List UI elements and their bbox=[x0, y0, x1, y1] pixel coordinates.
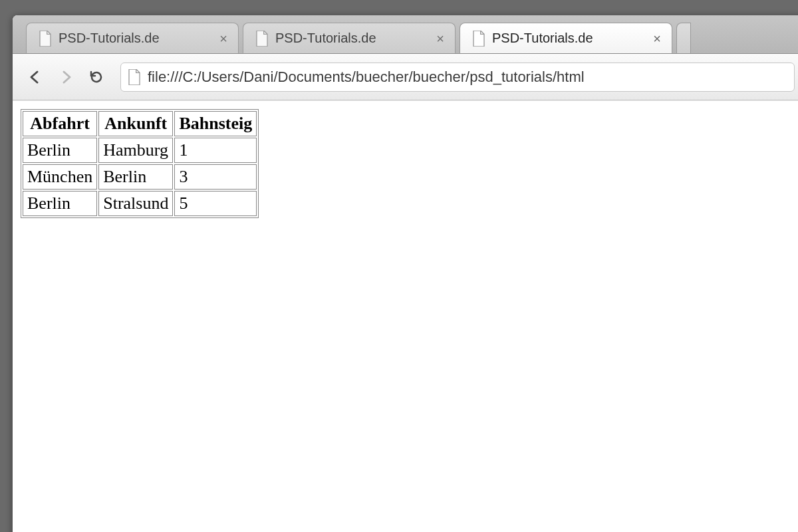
cell-bahnsteig: 1 bbox=[174, 138, 257, 163]
cell-ankunft: Stralsund bbox=[98, 191, 173, 216]
back-button[interactable] bbox=[22, 64, 49, 90]
close-icon[interactable]: × bbox=[434, 32, 447, 45]
tab-title: PSD-Tutorials.de bbox=[59, 31, 160, 46]
close-icon[interactable]: × bbox=[217, 32, 230, 45]
cell-bahnsteig: 3 bbox=[174, 164, 257, 190]
browser-window: PSD-Tutorials.de × PSD-Tutorials.de × PS… bbox=[12, 15, 798, 532]
col-ankunft: Ankunft bbox=[98, 111, 173, 136]
cell-ankunft: Hamburg bbox=[98, 138, 173, 163]
file-icon bbox=[255, 31, 269, 47]
tab-strip: PSD-Tutorials.de × PSD-Tutorials.de × PS… bbox=[13, 15, 798, 54]
close-icon[interactable]: × bbox=[650, 32, 664, 45]
table-row: Berlin Stralsund 5 bbox=[23, 191, 257, 216]
file-icon bbox=[39, 31, 52, 47]
browser-tab-1[interactable]: PSD-Tutorials.de × bbox=[243, 23, 456, 53]
page-content: Abfahrt Ankunft Bahnsteig Berlin Hamburg… bbox=[13, 101, 798, 532]
address-bar[interactable]: file:///C:/Users/Dani/Documents/buecher/… bbox=[120, 63, 795, 92]
browser-tab-2[interactable]: PSD-Tutorials.de × bbox=[460, 23, 672, 53]
address-bar-text: file:///C:/Users/Dani/Documents/buecher/… bbox=[148, 68, 585, 86]
reload-button[interactable] bbox=[83, 64, 110, 90]
browser-toolbar: file:///C:/Users/Dani/Documents/buecher/… bbox=[13, 54, 798, 100]
tab-title: PSD-Tutorials.de bbox=[275, 31, 376, 46]
browser-tab-0[interactable]: PSD-Tutorials.de × bbox=[26, 23, 239, 53]
table-header-row: Abfahrt Ankunft Bahnsteig bbox=[23, 111, 257, 136]
file-icon bbox=[472, 31, 485, 47]
cell-abfahrt: Berlin bbox=[23, 191, 97, 216]
col-bahnsteig: Bahnsteig bbox=[174, 111, 257, 136]
table-row: Berlin Hamburg 1 bbox=[23, 138, 257, 163]
col-abfahrt: Abfahrt bbox=[23, 111, 97, 136]
cell-ankunft: Berlin bbox=[98, 164, 173, 190]
file-icon bbox=[128, 69, 141, 85]
forward-button[interactable] bbox=[53, 64, 79, 90]
table-row: München Berlin 3 bbox=[23, 164, 257, 190]
tab-title: PSD-Tutorials.de bbox=[492, 31, 593, 46]
cell-abfahrt: München bbox=[23, 164, 97, 190]
timetable: Abfahrt Ankunft Bahnsteig Berlin Hamburg… bbox=[21, 109, 259, 218]
browser-tab-overflow[interactable] bbox=[676, 23, 691, 53]
cell-bahnsteig: 5 bbox=[174, 191, 257, 216]
cell-abfahrt: Berlin bbox=[23, 138, 97, 163]
